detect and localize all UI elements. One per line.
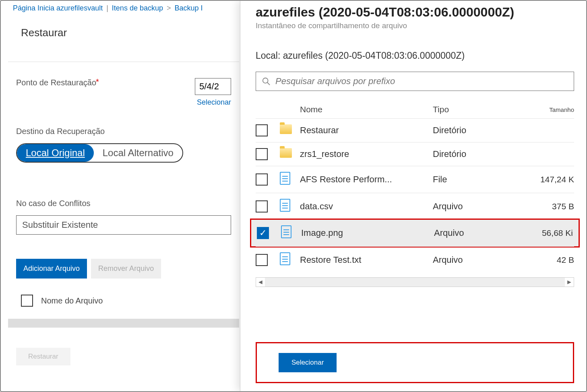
- row-size: 147,24 K: [533, 175, 574, 184]
- blade-title: azurefiles (2020-05-04T08:03:06.0000000Z…: [256, 5, 574, 20]
- file-row[interactable]: Restore Test.txtArquivo42 B: [256, 246, 574, 273]
- file-row[interactable]: ✓Image.pngArquivo56,68 Ki: [250, 219, 580, 248]
- row-name: zrs1_restore: [300, 149, 433, 159]
- svg-line-1: [267, 83, 270, 85]
- file-icon: [280, 172, 300, 187]
- filename-header: Nome do Arquivo: [41, 296, 103, 305]
- restore-point-input[interactable]: [195, 78, 231, 95]
- folder-icon: [280, 124, 300, 136]
- file-table-header: Nome Tipo Tamanho: [256, 101, 574, 118]
- row-type: Arquivo: [434, 228, 535, 238]
- row-checkbox[interactable]: [256, 173, 268, 186]
- destination-toggle: Local Original Local Alternativo: [16, 143, 183, 163]
- add-file-button[interactable]: Adicionar Arquivo: [16, 259, 87, 279]
- row-type: Diretório: [433, 149, 533, 159]
- pill-original-location[interactable]: Local Original: [17, 144, 94, 162]
- row-name: Image.png: [301, 228, 434, 238]
- file-icon: [281, 225, 301, 241]
- row-type: Arquivo: [433, 255, 533, 265]
- folder-icon: [280, 148, 300, 160]
- row-name: data.csv: [300, 201, 433, 212]
- select-restore-point-link[interactable]: Selecionar: [197, 98, 231, 107]
- row-checkbox[interactable]: [256, 124, 268, 136]
- conflicts-select[interactable]: Substituir Existente: [16, 215, 231, 235]
- row-size: 375 B: [533, 202, 574, 211]
- blade-subtitle: Instantâneo de compartilhamento de arqui…: [256, 21, 574, 30]
- svg-point-0: [263, 78, 268, 83]
- select-button[interactable]: Selecionar: [279, 353, 337, 372]
- file-row[interactable]: zrs1_restoreDiretório: [256, 142, 574, 166]
- page-title: Restaurar: [21, 27, 226, 39]
- search-icon: [262, 77, 271, 86]
- row-checkbox[interactable]: [256, 254, 268, 266]
- col-name: Nome: [300, 105, 433, 114]
- file-icon: [280, 199, 300, 214]
- row-name: AFS Restore Perform...: [300, 174, 433, 185]
- search-input[interactable]: [275, 76, 568, 87]
- divider: [8, 62, 239, 62]
- restore-button: Restaurar: [16, 348, 70, 365]
- row-checkbox[interactable]: [256, 148, 268, 160]
- file-row[interactable]: RestaurarDiretório: [256, 118, 574, 142]
- file-row[interactable]: data.csvArquivo375 B: [256, 193, 574, 220]
- file-icon: [280, 252, 300, 268]
- select-button-highlight: Selecionar: [256, 342, 574, 383]
- row-type: Arquivo: [433, 201, 533, 212]
- scroll-right-icon[interactable]: ►: [565, 279, 574, 286]
- scroll-left-icon[interactable]: ◄: [256, 279, 265, 286]
- select-all-checkbox[interactable]: [21, 295, 33, 307]
- row-type: Diretório: [433, 125, 533, 136]
- restore-panel: Restaurar Ponto de Restauração Seleciona…: [9, 1, 238, 391]
- pill-alternate-location[interactable]: Local Alternativo: [94, 144, 182, 162]
- restore-point-label: Ponto de Restauração: [16, 78, 179, 87]
- file-table-body: RestaurarDiretóriozrs1_restoreDiretórioA…: [256, 118, 574, 273]
- horizontal-scrollbar[interactable]: [8, 319, 239, 328]
- row-name: Restaurar: [300, 125, 433, 136]
- row-size: 56,68 Ki: [535, 228, 573, 238]
- search-box[interactable]: [256, 72, 574, 91]
- blade-horizontal-scrollbar[interactable]: ◄ ►: [256, 277, 574, 287]
- recovery-destination-label: Destino da Recuperação: [16, 127, 231, 136]
- row-type: File: [433, 174, 533, 185]
- row-checkbox[interactable]: ✓: [257, 227, 269, 239]
- conflicts-label: No caso de Conflitos: [16, 199, 231, 208]
- blade-location: Local: azurefiles (2020-05-04T08:03:06.0…: [256, 50, 574, 61]
- col-size: Tamanho: [533, 106, 574, 113]
- file-row[interactable]: AFS Restore Perform...File147,24 K: [256, 166, 574, 193]
- row-checkbox[interactable]: [256, 200, 268, 213]
- remove-file-button: Remover Arquivo: [91, 259, 161, 279]
- file-picker-blade: azurefiles (2020-05-04T08:03:06.0000000Z…: [240, 1, 586, 391]
- col-type: Tipo: [433, 105, 533, 114]
- row-size: 42 B: [533, 255, 574, 265]
- row-name: Restore Test.txt: [300, 255, 433, 265]
